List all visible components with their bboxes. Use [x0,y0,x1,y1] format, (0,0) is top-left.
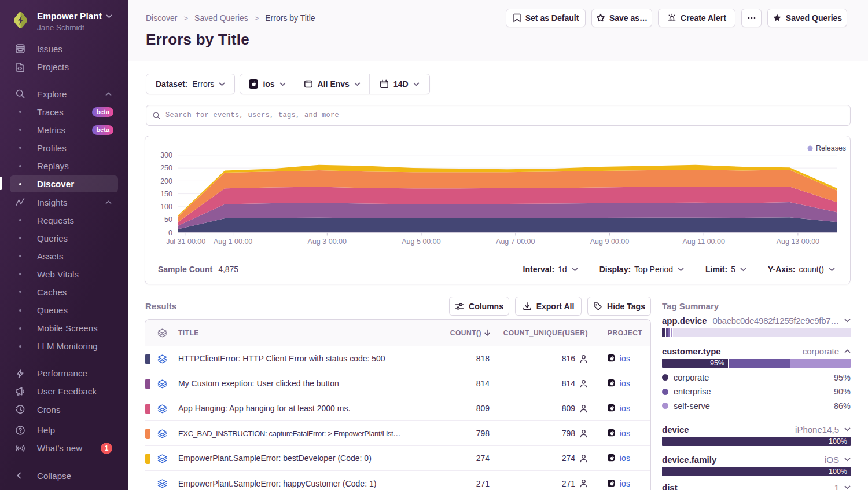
svg-text:Aug 9 00:00: Aug 9 00:00 [590,237,629,246]
svg-text:Releases: Releases [816,144,846,152]
svg-text:250: 250 [160,164,172,172]
svg-text:200: 200 [160,177,172,185]
svg-text:100: 100 [160,203,172,211]
svg-text:0: 0 [168,229,172,237]
svg-text:Aug 7 00:00: Aug 7 00:00 [496,237,535,246]
svg-text:Aug 13 00:00: Aug 13 00:00 [777,237,819,246]
svg-text:Aug 5 00:00: Aug 5 00:00 [402,237,440,246]
svg-text:Aug 11 00:00: Aug 11 00:00 [682,237,724,246]
svg-text:Aug 3 00:00: Aug 3 00:00 [308,237,347,246]
svg-text:300: 300 [160,151,172,159]
svg-text:Aug 1 00:00: Aug 1 00:00 [214,237,252,246]
svg-text:Jul 31 00:00: Jul 31 00:00 [166,237,205,246]
svg-text:50: 50 [164,215,172,224]
svg-text:150: 150 [160,190,172,198]
